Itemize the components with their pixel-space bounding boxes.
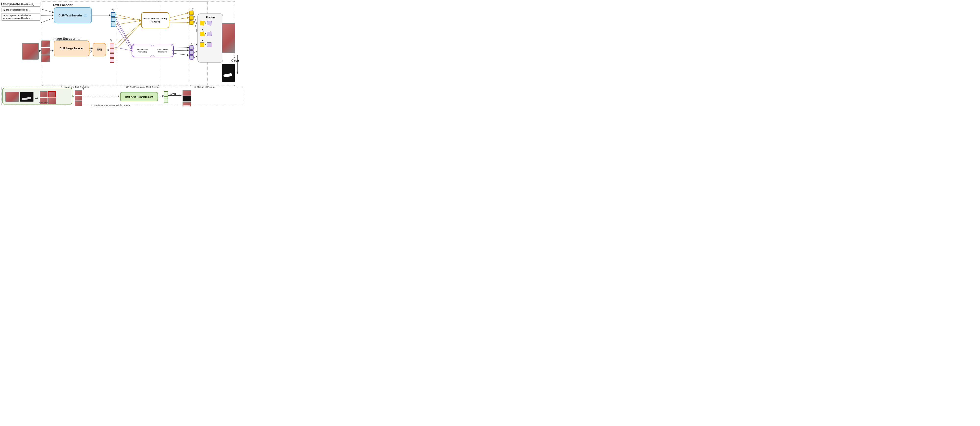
res-strip-2-mask xyxy=(183,105,190,107)
l-seg-container: ↕ ℒ^seg xyxy=(231,54,239,62)
clip-image-encoder-box: CLIP Image Encoder xyxy=(54,40,89,56)
res-strip-2 xyxy=(183,96,191,102)
vtg-label: Visual-Textual Gating Network xyxy=(142,17,169,23)
fi-stack-1 xyxy=(110,43,114,47)
ft-stack-1 xyxy=(111,12,115,17)
l-rec-label: ℒ^rec xyxy=(170,93,176,95)
result-color-image xyxy=(222,23,235,53)
fusion-plus-1: + xyxy=(202,29,203,31)
fusion-row-2: × xyxy=(200,32,221,36)
fusion-row-3: × xyxy=(200,42,221,47)
s-label: S xyxy=(191,43,192,45)
text-encoder-title: Text Encoder xyxy=(52,3,73,7)
har-box: Hard Area Reinforcement xyxy=(120,92,158,101)
fusion-x-2: × xyxy=(205,33,206,35)
grid-img-4 xyxy=(48,98,56,104)
mining-img-1 xyxy=(5,92,19,102)
fusion-gray-2 xyxy=(207,31,212,36)
result-strip-right xyxy=(183,90,191,107)
result-mask-image xyxy=(222,64,235,82)
prompt-t2: T₂: the area represented by ... xyxy=(1,8,40,12)
fi-stack-4 xyxy=(110,58,114,63)
vtg-box: Visual-Textual Gating Network xyxy=(141,12,169,28)
res-strip-1 xyxy=(183,90,191,96)
grid-img-2-highlight xyxy=(48,91,56,97)
fusion-gold-2 xyxy=(200,31,204,36)
ft-stack-3 xyxy=(111,22,115,27)
fusion-label: Fusion xyxy=(198,16,223,19)
fusion-gray-3 xyxy=(207,42,212,47)
mining-img-2 xyxy=(20,92,33,102)
bottom-strip xyxy=(75,90,82,106)
s-stack-1 xyxy=(189,45,194,50)
fusion-x-3: × xyxy=(205,43,206,46)
fi-stack-3 xyxy=(110,53,114,57)
fusion-plus-2: + xyxy=(202,40,203,42)
fusion-row-1: × xyxy=(200,21,221,25)
fusion-gray-1 xyxy=(207,21,212,26)
bot-strip-2 xyxy=(75,96,82,101)
w-label: w xyxy=(192,7,194,10)
fusion-x-1: × xyxy=(205,22,206,24)
prompting-outer xyxy=(132,44,174,57)
w-stack-3 xyxy=(189,20,194,25)
mask-shape xyxy=(223,73,232,78)
fusion-box: Fusion × + × + × xyxy=(197,13,223,62)
input-image-strip xyxy=(41,40,50,62)
prompt-set: Prompt Set {T₁, T₂, T₃} T₁: monopolar cu… xyxy=(1,2,40,22)
l-seg-label: ℒ^seg xyxy=(231,59,239,62)
fi-stack-2 xyxy=(110,48,114,53)
ft-stack-2 xyxy=(111,18,115,22)
caption-4: (4) Hard Instrument Area Reinforcement xyxy=(49,104,172,107)
fusion-gold-3 xyxy=(200,42,204,47)
w-stack-2 xyxy=(189,16,194,20)
input-image-main xyxy=(22,43,39,60)
strip-img-2 xyxy=(41,48,50,55)
s-stack-3 xyxy=(189,55,194,60)
bot-strip-1 xyxy=(75,90,82,95)
caption-3: (3) Mixture of Prompts xyxy=(189,86,221,88)
clip-text-encoder-box: CLIP Text Encoder ❄️ xyxy=(54,7,92,23)
l-seg-arrow: ↕ xyxy=(234,54,236,59)
fusion-gold-1 xyxy=(200,21,205,26)
mining-mask xyxy=(22,97,32,100)
hard-area-mining-region: Hard Area Mining ⇒ Hard Area xyxy=(2,88,72,104)
rec-s4 xyxy=(164,99,168,103)
hard-area-label: Hard Area xyxy=(39,101,48,104)
w-stack-1 xyxy=(189,10,194,15)
fi-label: FI xyxy=(110,39,112,42)
prompt-set-title: Prompt Set {T₁, T₂, T₃} xyxy=(1,2,35,6)
strip-img-1 xyxy=(41,40,50,47)
har-label: Hard Area Reinforcement xyxy=(125,96,153,98)
fpn-box: FPN xyxy=(92,43,106,56)
fpn-label: FPN xyxy=(97,48,102,51)
clip-image-encoder-label: CLIP Image Encoder xyxy=(60,47,84,50)
strip-img-3 xyxy=(41,55,50,62)
ft-label: FT xyxy=(111,8,114,11)
clip-text-encoder-label: CLIP Text Encoder xyxy=(59,14,82,17)
caption-2: (2) Text Promptable Mask Decoder xyxy=(116,86,170,88)
mining-arrow: ⇒ xyxy=(35,96,38,100)
diagram-container: Prompt Set {T₁, T₂, T₃} T₁: monopolar cu… xyxy=(0,0,245,107)
prompt-t3: T₃: monopolar curved scissors showcase e… xyxy=(1,13,40,21)
snowflake-icon: ❄️ xyxy=(83,13,87,18)
s-stack-2 xyxy=(189,50,194,55)
grid-img-1 xyxy=(40,91,48,97)
